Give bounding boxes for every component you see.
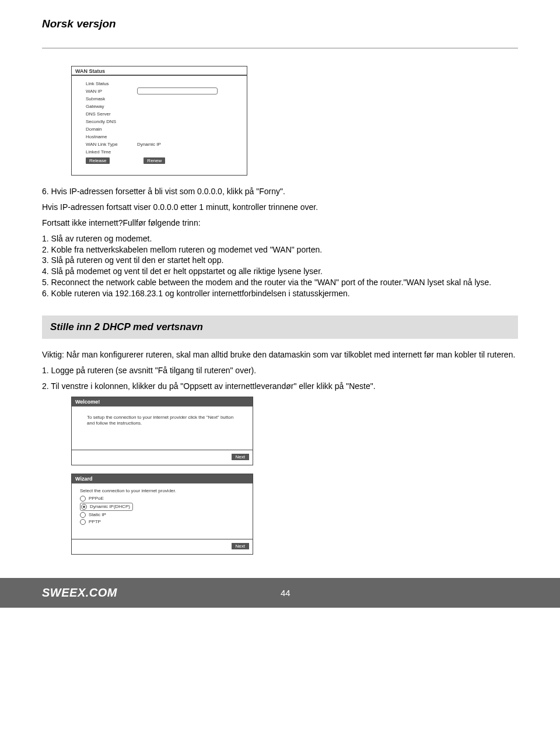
radio-option-static[interactable]: Static IP <box>80 512 249 518</box>
wan-link-status-label: Link Status <box>86 81 137 86</box>
wan-link-type-value: Dynamic IP <box>137 142 207 147</box>
wan-dns2-label: Secondly DNS <box>86 119 137 124</box>
wizard-title: Wizard <box>72 474 253 483</box>
wan-ip-label: WAN IP <box>86 89 137 94</box>
wizard-instruction: Select the connection to your internet p… <box>80 488 249 493</box>
wan-hostname-label: Hostname <box>86 134 137 139</box>
radio-icon <box>81 504 87 510</box>
radio-label: Dynamic IP(DHCP) <box>90 504 130 509</box>
wan-dns-label: DNS Server <box>86 111 137 117</box>
radio-label: PPTP <box>89 519 101 524</box>
wan-status-panel: WAN Status Link Status WAN IP Submask Ga… <box>71 66 247 176</box>
radio-icon <box>80 519 86 525</box>
wan-linked-time-label: Linked Time <box>86 149 137 155</box>
step-1-login: 1. Logge på ruteren (se avsnitt "Få tilg… <box>42 365 518 376</box>
wan-ip-field <box>137 87 218 94</box>
paragraph: Fortsatt ikke internett?Fullfør følgende… <box>42 218 518 229</box>
radio-option-dhcp[interactable]: Dynamic IP(DHCP) <box>80 503 133 511</box>
wan-link-type-label: WAN Link Type <box>86 142 137 147</box>
section-heading-dhcp: Stille inn 2 DHCP med vertsnavn <box>42 316 518 339</box>
radio-icon <box>80 496 86 502</box>
wan-submask-label: Submask <box>86 96 137 101</box>
step-3: 3. Slå på ruteren og vent til den er sta… <box>42 255 518 266</box>
step-1: 1. Slå av ruteren og modemet. <box>42 233 518 244</box>
wizard-panel: Wizard Select the connection to your int… <box>71 474 253 555</box>
welcome-text: To setup the connection to your internet… <box>72 406 253 450</box>
welcome-title: Welcome! <box>72 397 253 406</box>
step-6: 6. Hvis IP-adressen forsetter å bli vist… <box>42 186 518 197</box>
step-4: 4. Slå på modemet og vent til det er hel… <box>42 266 518 277</box>
step-5: 5. Reconnect the network cable between t… <box>42 277 518 288</box>
radio-label: PPPoE <box>89 496 104 501</box>
footer-page-number: 44 <box>281 588 290 598</box>
paragraph: Viktig: Når man konfigurerer ruteren, sk… <box>42 349 518 360</box>
welcome-panel: Welcome! To setup the connection to your… <box>71 397 253 465</box>
version-title: Norsk versjon <box>42 17 518 30</box>
welcome-next-button[interactable]: Next <box>232 454 249 460</box>
step-2: 2. Koble fra nettverkskabelen mellom rut… <box>42 244 518 255</box>
wizard-next-button[interactable]: Next <box>232 543 249 549</box>
radio-label: Static IP <box>89 512 106 517</box>
wan-domain-label: Domain <box>86 127 137 132</box>
wan-gateway-label: Gateway <box>86 104 137 109</box>
paragraph: Hvis IP-adressen fortsatt viser 0.0.0.0 … <box>42 202 518 213</box>
instructions-block-2: Viktig: Når man konfigurerer ruteren, sk… <box>42 349 518 392</box>
release-button[interactable]: Release <box>86 157 110 164</box>
wan-status-title: WAN Status <box>72 66 247 76</box>
radio-icon <box>80 512 86 518</box>
radio-option-pppoe[interactable]: PPPoE <box>80 496 249 502</box>
page-footer: SWEEX.COM 44 <box>0 578 560 608</box>
footer-brand: SWEEX.COM <box>42 586 117 600</box>
renew-button[interactable]: Renew <box>144 157 165 164</box>
step-2-column: 2. Til venstre i kolonnen, klikker du på… <box>42 381 518 392</box>
radio-option-pptp[interactable]: PPTP <box>80 519 249 525</box>
step-6b: 6. Koble ruteren via 192.168.23.1 og kon… <box>42 288 518 299</box>
instructions-block-1: 6. Hvis IP-adressen forsetter å bli vist… <box>42 186 518 299</box>
divider <box>42 48 518 48</box>
